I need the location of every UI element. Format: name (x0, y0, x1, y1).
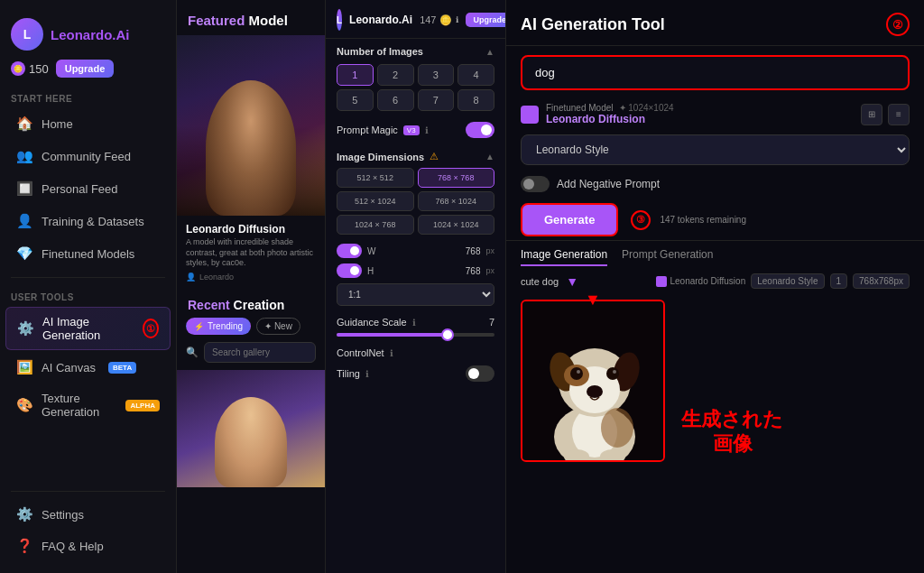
sidebar-item-finetuned[interactable]: 💎 Finetuned Models (5, 238, 171, 269)
tab-prompt-generation[interactable]: Prompt Generation (622, 248, 713, 266)
dog-svg (522, 301, 665, 462)
annotation-2: ② (886, 13, 910, 36)
num-btn-6[interactable]: 6 (377, 89, 414, 111)
sidebar-item-faq[interactable]: ❓ FAQ & Help (5, 531, 171, 561)
annotation-3: ③ (631, 210, 651, 230)
gen-topbar: L Leonardo.Ai 147 🪙 ℹ Upgrade (326, 0, 505, 39)
neg-prompt-row: Add Negative Prompt (506, 172, 924, 199)
upgrade-button[interactable]: Upgrade (56, 60, 115, 78)
settings-icon: ⚙️ (16, 506, 32, 522)
credits-value: 150 (29, 62, 49, 76)
sidebar-divider (11, 277, 165, 278)
right-panel: L Leonardo.Ai 147 🪙 ℹ Upgrade Number of … (326, 0, 924, 573)
collapse-icon[interactable]: ▲ (485, 47, 494, 57)
sidebar-item-texture-generation[interactable]: 🎨 Texture Generation ALPHA (5, 384, 171, 426)
middle-panel: Featured Model Leonardo Diffusion A mode… (177, 0, 326, 573)
model-tag: Finetuned Model (546, 103, 614, 113)
prompt-input[interactable] (521, 55, 910, 90)
dog-image-wrapper: ▼ (521, 300, 665, 564)
sidebar-item-personal-feed[interactable]: 🔲 Personal Feed (5, 173, 171, 204)
dog-generated-image (521, 300, 665, 462)
sidebar-item-settings[interactable]: ⚙️ Settings (5, 499, 171, 530)
search-row: 🔍 (177, 342, 325, 370)
dims-grid: 512 × 512 768 × 768 512 × 1024 768 × 102… (326, 166, 505, 242)
w-row: W 768 px (326, 242, 505, 262)
sidebar: L Leonardo.Ai 🪙 150 Upgrade Start Here 🏠… (0, 0, 177, 573)
w-toggle[interactable] (337, 244, 362, 258)
svg-point-12 (587, 385, 603, 398)
texture-icon: 🎨 (16, 397, 32, 413)
dims-collapse[interactable]: ▲ (485, 152, 494, 162)
author-icon: 👤 (186, 273, 196, 282)
personal-icon: 🔲 (16, 180, 32, 197)
model-action-btn-2[interactable]: ≡ (888, 104, 910, 125)
guidance-slider[interactable] (337, 333, 494, 337)
guidance-label: Guidance Scale (337, 317, 407, 328)
result-image-area: ▼ 生成された 画像 (506, 294, 924, 573)
sidebar-item-label: AI Canvas (42, 361, 96, 374)
slider-thumb (441, 328, 454, 341)
search-input[interactable] (204, 342, 316, 363)
ratio-select[interactable]: 1:1 4:3 16:9 (337, 283, 494, 306)
model-action-btn-1[interactable]: ⊞ (861, 104, 882, 125)
num-btn-2[interactable]: 2 (377, 64, 414, 86)
neg-prompt-label: Add Negative Prompt (557, 178, 660, 190)
tab-image-generation[interactable]: Image Generation (521, 248, 607, 266)
prompt-area (506, 46, 924, 97)
featured-label: Featured (188, 13, 245, 28)
credits-row: 🪙 150 Upgrade (0, 54, 176, 87)
neg-prompt-toggle[interactable] (521, 176, 550, 192)
gallery-face (215, 397, 287, 487)
featured-author: 👤 Leonardo (186, 273, 316, 282)
tiling-toggle[interactable] (466, 365, 494, 382)
controlnet-info: ℹ (390, 348, 393, 358)
tiling-info: ℹ (365, 369, 369, 379)
sidebar-item-home[interactable]: 🏠 Home (5, 108, 171, 139)
topbar-upgrade-btn[interactable]: Upgrade (466, 13, 506, 27)
prompt-magic-label: Prompt Magic (337, 125, 398, 135)
sidebar-item-community-feed[interactable]: 👥 Community Feed (5, 141, 171, 171)
dim-768x1024[interactable]: 768 × 1024 (418, 191, 495, 211)
tab-trending[interactable]: Trending (186, 318, 251, 335)
faq-icon: ❓ (16, 538, 32, 554)
info-icon: ℹ (456, 15, 458, 24)
dim-512x1024[interactable]: 512 × 1024 (337, 191, 414, 211)
sidebar-item-ai-canvas[interactable]: 🖼️ AI Canvas BETA (5, 352, 171, 383)
tab-new[interactable]: ✦ New (256, 318, 300, 335)
controlnet-row: ControlNet ℹ (326, 344, 505, 362)
num-btn-7[interactable]: 7 (418, 89, 455, 111)
result-tabs: Image Generation Prompt Generation (506, 240, 924, 270)
dim-512x512[interactable]: 512 × 512 (337, 168, 414, 188)
featured-model-desc: A model with incredible shade contrast, … (186, 237, 316, 269)
sidebar-item-training[interactable]: 👤 Training & Datasets (5, 206, 171, 236)
model-name: Leonardo Diffusion (546, 113, 674, 125)
style-select[interactable]: Leonardo Style No Style Dynamic (521, 134, 910, 165)
result-arrow-icon: ▼ (566, 274, 578, 289)
num-btn-5[interactable]: 5 (337, 89, 374, 111)
dim-768x768[interactable]: 768 × 768 (418, 168, 495, 188)
ratio-row: 1:1 4:3 16:9 (326, 282, 505, 313)
model-row: Finetuned Model ✦ 1024×1024 Leonardo Dif… (506, 97, 924, 131)
alpha-badge: ALPHA (125, 400, 160, 411)
sidebar-item-label: Settings (42, 508, 84, 522)
prompt-magic-toggle[interactable] (466, 122, 494, 138)
model-icon-sm (656, 276, 667, 287)
num-btn-4[interactable]: 4 (457, 64, 494, 86)
num-btn-3[interactable]: 3 (418, 64, 455, 86)
h-label: H (367, 266, 374, 276)
sidebar-item-ai-image-generation[interactable]: ⚙️ AI Image Generation ① (5, 307, 171, 350)
sidebar-item-label: Finetuned Models (42, 247, 134, 261)
h-toggle[interactable] (337, 263, 362, 278)
num-images-header: Number of Images ▲ (326, 39, 505, 60)
slider-fill (337, 333, 448, 337)
sidebar-bottom: ⚙️ Settings ❓ FAQ & Help (0, 484, 176, 562)
generate-button[interactable]: Generate (521, 203, 618, 236)
svg-point-10 (606, 367, 619, 380)
num-btn-8[interactable]: 8 (457, 89, 494, 111)
model-info: Finetuned Model ✦ 1024×1024 Leonardo Dif… (546, 103, 674, 125)
dim-1024x1024[interactable]: 1024 × 1024 (418, 215, 495, 235)
dim-1024x768[interactable]: 1024 × 768 (337, 215, 414, 235)
finetuned-icon: 💎 (16, 245, 32, 262)
num-btn-1[interactable]: 1 (337, 64, 374, 86)
recent-label: Recent (188, 298, 230, 312)
